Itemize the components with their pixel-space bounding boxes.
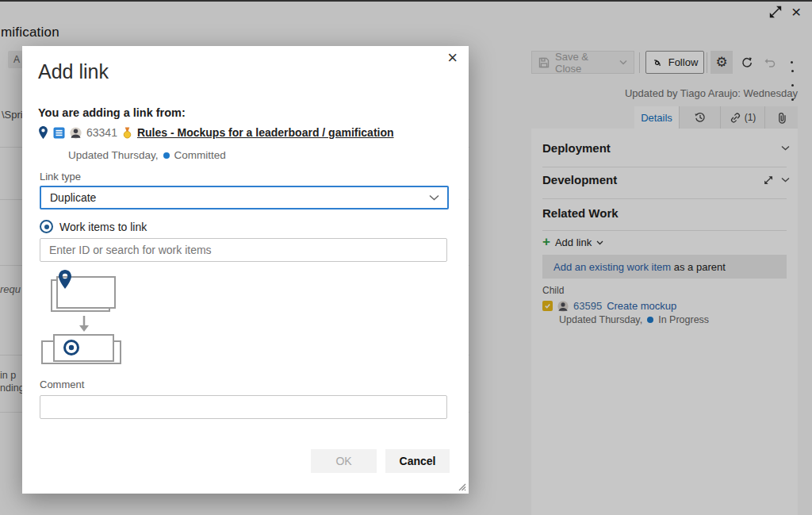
- cancel-button[interactable]: Cancel: [385, 449, 450, 473]
- location-pin-icon: [38, 125, 48, 140]
- work-item-search-input[interactable]: [40, 238, 447, 262]
- resize-grip[interactable]: [457, 482, 466, 491]
- radio-selected-icon[interactable]: [40, 220, 53, 233]
- source-status: Committed: [174, 149, 226, 161]
- adding-link-from-label: You are adding a link from:: [38, 106, 186, 119]
- source-updated-text: Updated Thursday,: [68, 149, 159, 161]
- gold-medal-emoji-icon: [122, 127, 132, 139]
- source-item-title-link[interactable]: Rules - Mockups for a leaderboard / gami…: [137, 126, 394, 139]
- dialog-title: Add link: [38, 60, 109, 83]
- link-type-value: Duplicate: [50, 191, 96, 204]
- comment-label: Comment: [40, 379, 84, 390]
- avatar: [70, 127, 82, 139]
- link-type-select[interactable]: Duplicate: [40, 186, 449, 209]
- source-work-item-row: 63341 Rules - Mockups for a leaderboard …: [38, 125, 394, 140]
- source-item-id: 63341: [86, 126, 117, 139]
- arrow-down-icon: [79, 325, 89, 332]
- source-item-status-line: Updated Thursday, Committed: [68, 149, 226, 161]
- link-type-label: Link type: [40, 171, 81, 183]
- link-direction-diagram: [40, 270, 131, 367]
- backlog-item-type-icon: [53, 127, 65, 139]
- ok-button[interactable]: OK: [311, 449, 377, 473]
- status-dot-icon: [163, 152, 170, 159]
- chevron-down-icon: [429, 194, 439, 201]
- radio-label: Work items to link: [59, 221, 147, 233]
- work-items-radio-row[interactable]: Work items to link: [40, 220, 147, 233]
- comment-input[interactable]: [40, 395, 447, 419]
- add-link-dialog: × Add link You are adding a link from: 6…: [22, 46, 469, 494]
- dialog-close-icon[interactable]: ×: [447, 48, 458, 68]
